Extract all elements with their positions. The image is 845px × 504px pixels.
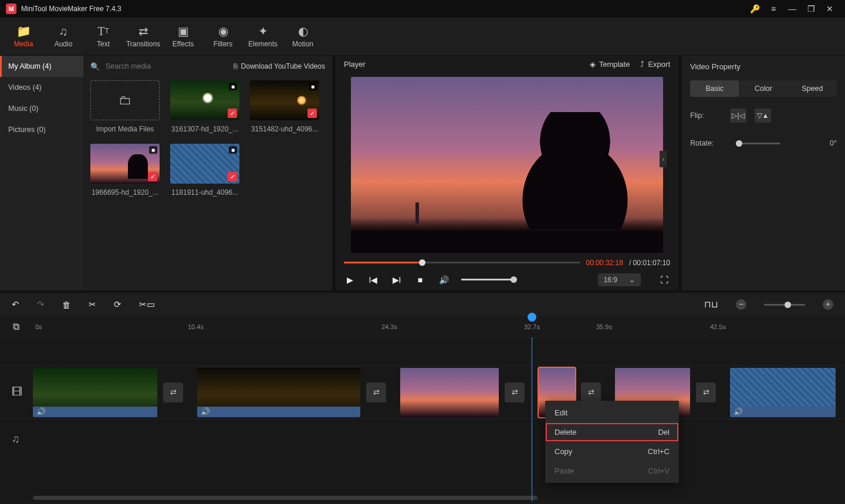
collapse-properties-handle[interactable]: › xyxy=(660,151,667,167)
sidebar-item-music[interactable]: Music (0) xyxy=(0,98,83,119)
maximize-button[interactable]: ❐ xyxy=(802,4,820,13)
transition-slot[interactable]: ⇄ xyxy=(505,383,525,402)
tab-transitions[interactable]: ⇄ Transitions xyxy=(123,18,163,55)
tab-effects[interactable]: ▣ Effects xyxy=(163,18,203,55)
rotate-value: 0° xyxy=(830,139,837,147)
search-input[interactable] xyxy=(106,62,228,70)
timeline-clip[interactable] xyxy=(400,368,499,417)
timeline-clip[interactable]: 🔊 xyxy=(730,368,836,417)
playhead-line xyxy=(532,337,532,502)
flip-horizontal-button[interactable]: ▷|◁ xyxy=(730,109,746,123)
fullscreen-button[interactable]: ⛶ xyxy=(658,275,670,285)
zoom-out-button[interactable]: − xyxy=(736,299,746,310)
crop-button[interactable]: ✂▭ xyxy=(139,299,155,310)
timeline-clip[interactable]: 🔊 xyxy=(33,368,157,417)
folder-icon: 📁 xyxy=(16,25,31,38)
tab-text[interactable]: TT Text xyxy=(83,18,123,55)
properties-title: Video Property xyxy=(682,56,845,77)
key-icon[interactable]: 🔑 xyxy=(745,4,764,13)
menu-item-paste: Paste Ctrl+V xyxy=(545,461,679,481)
download-icon: ⎘ xyxy=(234,62,238,70)
menu-item-delete[interactable]: Delete Del xyxy=(545,422,679,442)
timeline-clip[interactable]: 🔊 xyxy=(197,368,360,417)
rotate-slider[interactable] xyxy=(736,143,780,144)
redo-button[interactable]: ↷ xyxy=(37,299,45,310)
download-youtube-link[interactable]: ⎘ Download YouTube Videos xyxy=(234,62,325,70)
effects-icon: ▣ xyxy=(178,25,189,38)
fit-timeline-icon[interactable]: ⧉ xyxy=(13,322,19,332)
hamburger-menu-icon[interactable]: ≡ xyxy=(764,4,783,13)
audio-track[interactable]: ♫ xyxy=(0,418,845,459)
tab-motion[interactable]: ◐ Motion xyxy=(283,18,323,55)
prop-tab-basic[interactable]: Basic xyxy=(690,80,739,97)
video-track[interactable]: 🎞 🔊 ⇄ 🔊 ⇄ ⇄ ⇄ ⇄ 🔊 xyxy=(0,366,845,418)
template-button[interactable]: ◈ Template xyxy=(590,60,630,69)
motion-icon: ◐ xyxy=(298,25,308,38)
cut-button[interactable]: ✂ xyxy=(89,299,96,310)
media-item[interactable]: ■ ✓ 1181911-uhd_4096... xyxy=(170,144,239,197)
close-button[interactable]: ✕ xyxy=(820,4,839,13)
sidebar-item-videos[interactable]: Videos (4) xyxy=(0,77,83,98)
media-item[interactable]: ■ ✓ 3151482-uhd_4096... xyxy=(250,80,319,133)
rotate-label: Rotate: xyxy=(690,139,722,147)
transition-slot[interactable]: ⇄ xyxy=(696,383,716,402)
menu-item-copy[interactable]: Copy Ctrl+C xyxy=(545,442,679,461)
tab-media[interactable]: 📁 Media xyxy=(4,18,43,55)
media-item[interactable]: ■ ✓ 3161307-hd_1920_... xyxy=(170,80,239,133)
check-icon: ✓ xyxy=(307,109,317,118)
speaker-icon: 🔊 xyxy=(734,407,743,416)
transition-slot[interactable]: ⇄ xyxy=(581,383,601,402)
zoom-in-button[interactable]: + xyxy=(823,299,833,310)
prev-button[interactable]: I◀ xyxy=(367,275,379,285)
prop-tab-color[interactable]: Color xyxy=(739,80,787,97)
tab-label: Filters xyxy=(214,40,233,48)
playhead-handle[interactable] xyxy=(528,313,536,322)
progress-slider[interactable] xyxy=(344,262,580,263)
flip-vertical-button[interactable]: ▽▲ xyxy=(755,109,771,123)
properties-panel: Video Property Basic Color Speed Flip: ▷… xyxy=(682,56,845,290)
export-button[interactable]: ⤴ Export xyxy=(640,60,670,69)
undo-button[interactable]: ↶ xyxy=(12,299,19,310)
transition-slot[interactable]: ⇄ xyxy=(366,383,386,402)
sidebar-item-my-album[interactable]: My Album (4) xyxy=(0,56,83,77)
aspect-ratio-select[interactable]: 16:9 ⌄ xyxy=(598,273,641,286)
video-preview xyxy=(351,77,663,253)
speaker-icon: 🔊 xyxy=(201,407,210,416)
volume-slider[interactable] xyxy=(461,279,514,280)
video-badge-icon: ■ xyxy=(149,146,157,154)
magnet-icon[interactable]: ⊓⊔ xyxy=(704,299,718,310)
prop-tab-speed[interactable]: Speed xyxy=(788,80,837,97)
timeline-ruler[interactable]: ⧉ 0s 10.4s 24.3s 32.7s 35.9s 42.5s xyxy=(0,316,845,337)
play-button[interactable]: ▶ xyxy=(344,275,356,285)
next-button[interactable]: ▶I xyxy=(391,275,403,285)
sidebar-item-pictures[interactable]: Pictures (0) xyxy=(0,119,83,140)
delete-button[interactable]: 🗑 xyxy=(62,300,71,310)
titlebar: M MiniTool MovieMaker Free 7.4.3 🔑 ≡ — ❐… xyxy=(0,0,845,18)
media-panel: My Album (4) Videos (4) Music (0) Pictur… xyxy=(0,56,332,290)
player-title: Player xyxy=(344,60,366,69)
media-item[interactable]: ■ ✓ 1966695-hd_1920_... xyxy=(90,144,160,197)
flip-label: Flip: xyxy=(690,111,722,120)
zoom-slider[interactable] xyxy=(764,304,805,306)
transition-slot[interactable]: ⇄ xyxy=(163,383,183,402)
tab-audio[interactable]: ♫ Audio xyxy=(43,18,83,55)
check-icon: ✓ xyxy=(228,172,237,181)
tab-elements[interactable]: ✦ Elements xyxy=(243,18,283,55)
stop-button[interactable]: ■ xyxy=(414,275,426,285)
minimize-button[interactable]: — xyxy=(783,4,802,13)
volume-icon[interactable]: 🔊 xyxy=(438,275,449,285)
player-panel: Player ◈ Template ⤴ Export 00:00:32:18 xyxy=(332,56,682,290)
import-media-button[interactable]: 🗀 Import Media Files xyxy=(90,80,160,133)
search-icon: 🔍 xyxy=(90,62,100,71)
tab-filters[interactable]: ◉ Filters xyxy=(203,18,243,55)
audio-track-icon: ♫ xyxy=(12,433,20,445)
tab-label: Audio xyxy=(55,40,73,48)
folder-icon: 🗀 xyxy=(119,93,131,108)
tab-label: Media xyxy=(14,40,33,48)
video-badge-icon: ■ xyxy=(229,83,237,90)
app-logo-icon: M xyxy=(6,4,16,14)
timeline-scrollbar[interactable] xyxy=(33,496,538,500)
album-sidebar: My Album (4) Videos (4) Music (0) Pictur… xyxy=(0,56,83,290)
menu-item-edit[interactable]: Edit xyxy=(545,403,679,422)
speed-button[interactable]: ⟳ xyxy=(114,299,121,310)
